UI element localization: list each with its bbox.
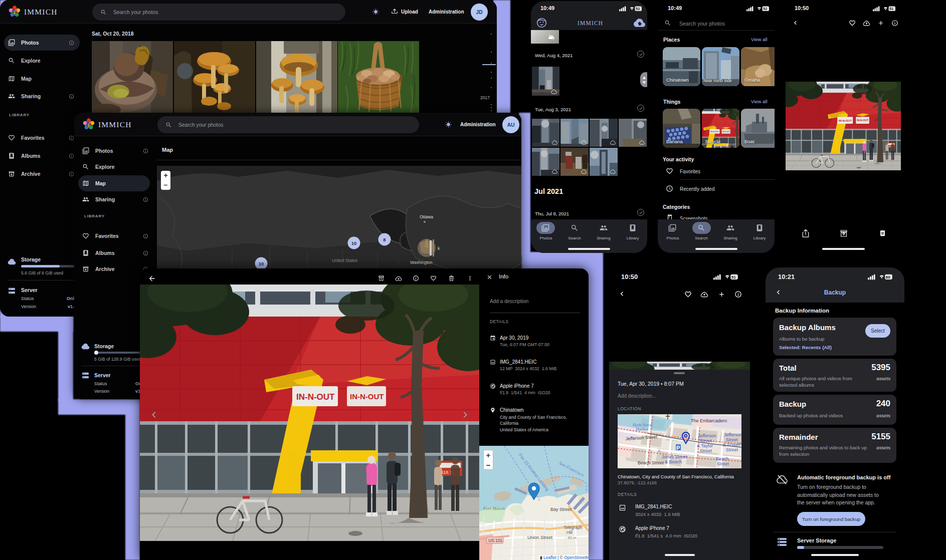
svg-text:IN-N-OUT: IN-N-OUT [857, 119, 869, 122]
svg-text:IN-N-OUT: IN-N-OUT [722, 131, 730, 133]
svg-text:Washington: Washington [410, 260, 433, 265]
svg-text:Ottawa: Ottawa [420, 214, 433, 219]
svg-text:Beach: Beach [716, 456, 729, 461]
svg-text:US 101: US 101 [488, 538, 503, 543]
svg-text:Union Street: Union Street [527, 535, 553, 540]
svg-text:Harbor: Harbor [635, 427, 649, 432]
svg-text:& Beach: & Beach [665, 459, 682, 464]
svg-text:P: P [676, 445, 680, 451]
svg-text:Jefferson: Jefferson [698, 433, 716, 438]
svg-text:Street: Street [726, 447, 738, 452]
svg-text:Street: Street [700, 438, 712, 443]
svg-text:8: 8 [383, 237, 386, 242]
svg-text:Street: Street [700, 448, 712, 453]
svg-text:United States: United States [332, 258, 357, 263]
svg-text:Street: Street [717, 461, 729, 466]
svg-text:▮ Leaflet | © OpenStreetM: ▮ Leaflet | © OpenStreetM [540, 555, 589, 560]
svg-text:Street: Street [726, 437, 738, 442]
svg-text:Hill: Hill [566, 530, 573, 535]
svg-text:10: 10 [259, 261, 264, 266]
svg-text:51: 51 [889, 7, 893, 11]
svg-text:51: 51 [731, 275, 736, 279]
svg-text:IN-N-OUT: IN-N-OUT [350, 392, 384, 401]
svg-text:Jones Street: Jones Street [662, 454, 687, 459]
svg-text:52: 52 [763, 7, 767, 11]
svg-text:52: 52 [636, 7, 640, 11]
svg-text:& Powell: & Powell [723, 442, 740, 447]
svg-text:Jefferson: Jefferson [724, 432, 741, 437]
svg-text:Telegraph: Telegraph [563, 525, 583, 530]
svg-text:IN-N-OUT: IN-N-OUT [839, 119, 852, 122]
svg-text:IN-N-OUT: IN-N-OUT [296, 392, 335, 402]
svg-text:10: 10 [351, 240, 357, 246]
svg-text:90 m: 90 m [567, 535, 577, 540]
svg-text:Bay Street: Bay Street [550, 507, 572, 512]
svg-text:The Embarcadero: The Embarcadero [691, 418, 727, 423]
svg-text:IN-N-OUT: IN-N-OUT [710, 131, 719, 133]
svg-text:& Taylor: & Taylor [697, 443, 713, 448]
svg-text:60: 60 [886, 275, 891, 279]
svg-text:Fort Mason: Fort Mason [483, 506, 505, 511]
svg-text:Beach Street: Beach Street [638, 460, 664, 465]
